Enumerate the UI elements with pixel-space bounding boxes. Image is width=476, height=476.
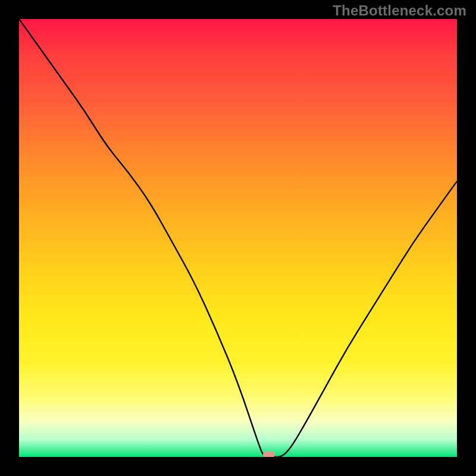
- plot-area: [19, 19, 457, 457]
- bottleneck-curve: [19, 19, 457, 457]
- minimum-marker: [263, 452, 275, 457]
- chart-frame: TheBottleneck.com: [0, 0, 476, 476]
- attribution-text: TheBottleneck.com: [333, 2, 466, 19]
